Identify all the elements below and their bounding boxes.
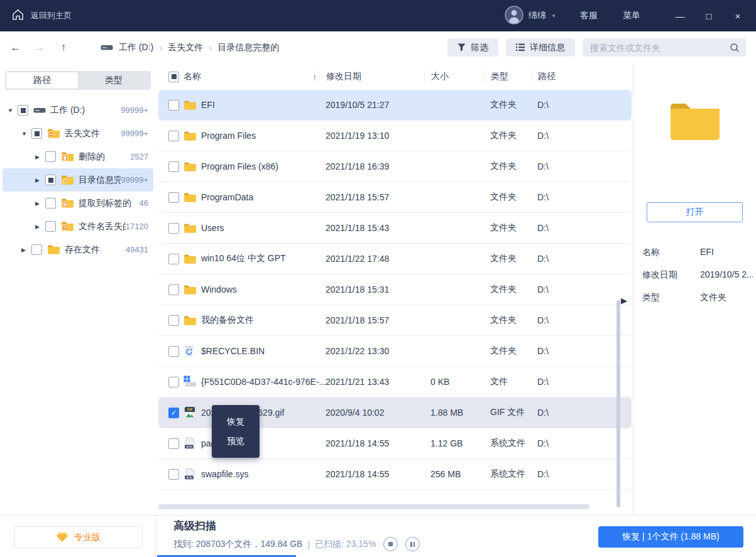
tree-item[interactable]: ▶存在文件49431: [3, 238, 153, 261]
menu-link[interactable]: 菜单: [623, 10, 640, 21]
horizontal-scrollbar[interactable]: [158, 504, 589, 509]
expand-arrow-icon[interactable]: ▶: [35, 224, 45, 230]
details-button[interactable]: 详细信息: [506, 38, 575, 57]
collapse-arrow-icon[interactable]: ▼: [21, 131, 31, 137]
row-checkbox[interactable]: [168, 346, 179, 357]
row-checkbox[interactable]: [168, 161, 179, 172]
tree-checkbox[interactable]: [45, 175, 56, 185]
row-checkbox[interactable]: [168, 469, 179, 480]
pro-version-button[interactable]: 专业版: [14, 526, 143, 548]
user-account[interactable]: 绵绵 ▼: [505, 6, 556, 26]
property-row: 类型文件夹: [642, 292, 753, 303]
tab-type[interactable]: 类型: [78, 72, 150, 89]
file-type: 文件夹: [490, 345, 537, 357]
row-checkbox[interactable]: [168, 315, 179, 326]
row-checkbox[interactable]: [168, 408, 179, 418]
forward-arrow-button[interactable]: →: [28, 41, 52, 54]
file-type: 文件夹: [490, 99, 537, 111]
tree-checkbox[interactable]: [31, 128, 42, 139]
win-drive-icon: [184, 376, 201, 388]
row-checkbox[interactable]: [168, 254, 179, 264]
avatar-icon: [505, 6, 523, 26]
context-menu-preview[interactable]: 预览: [212, 431, 260, 451]
stop-scan-button[interactable]: [383, 537, 398, 551]
breadcrumb-item[interactable]: 工作 (D:): [119, 42, 153, 53]
tree-item[interactable]: ▼丢失文件99999+: [3, 122, 153, 145]
search-icon[interactable]: [730, 43, 740, 53]
column-header-type[interactable]: 类型: [484, 70, 537, 83]
context-menu-recover[interactable]: 恢复: [212, 412, 260, 431]
preview-collapse-handle[interactable]: ▶: [621, 296, 627, 305]
tree-item[interactable]: ▶?文件名丢失的17120: [3, 215, 153, 238]
filter-button[interactable]: 筛选: [447, 38, 498, 57]
file-date: 2020/9/4 10:02: [326, 408, 430, 418]
table-row[interactable]: $RECYCLE.BIN2021/1/22 13:30文件夹D:\: [158, 336, 632, 367]
table-row[interactable]: {F551C0D8-4D37-441c-976E-...2021/1/21 13…: [158, 367, 632, 397]
open-button[interactable]: 打开: [647, 202, 743, 222]
tree-checkbox[interactable]: [31, 244, 42, 255]
tree-item-count: 99999+: [121, 105, 153, 115]
column-header-size[interactable]: 大小: [424, 70, 490, 83]
expand-arrow-icon[interactable]: ▶: [21, 247, 31, 253]
row-checkbox[interactable]: [168, 438, 179, 449]
close-button[interactable]: ×: [723, 11, 752, 21]
breadcrumb-item[interactable]: 丢失文件: [168, 42, 203, 53]
table-row[interactable]: EFI2019/10/5 21:27文件夹D:\: [158, 90, 632, 121]
tree-checkbox[interactable]: [45, 221, 56, 232]
tree-checkbox[interactable]: [45, 151, 56, 162]
table-row[interactable]: ProgramData2021/1/18 15:57文件夹D:\: [158, 182, 632, 213]
table-row[interactable]: win10 64位 中文 GPT2021/1/22 17:48文件夹D:\: [158, 244, 632, 274]
file-path: D:\: [537, 377, 616, 387]
tree-item[interactable]: ▶★目录信息完整的99999+: [3, 168, 153, 192]
row-checkbox[interactable]: [168, 377, 179, 387]
maximize-button[interactable]: □: [694, 11, 723, 21]
tree-item-label: 文件名丢失的: [79, 221, 126, 232]
file-name: Program Files: [201, 131, 326, 141]
property-value: EFI: [700, 247, 714, 258]
row-checkbox[interactable]: [168, 284, 179, 295]
pause-scan-button[interactable]: [405, 537, 420, 551]
file-date: 2019/10/5 21:27: [326, 100, 430, 110]
back-to-home[interactable]: 返回到主页: [0, 8, 72, 23]
tree-item[interactable]: ▶提取到标签的46: [3, 192, 153, 215]
back-to-home-label: 返回到主页: [31, 10, 72, 21]
table-row[interactable]: Windows2021/1/18 15:31文件夹D:\: [158, 274, 632, 305]
tree-item-count: 99999+: [121, 175, 153, 185]
row-checkbox[interactable]: [168, 192, 179, 203]
table-row[interactable]: Program Files (x86)2021/1/18 16:39文件夹D:\: [158, 151, 632, 182]
table-row[interactable]: 我的备份文件2021/1/18 15:57文件夹D:\: [158, 305, 632, 336]
tree-item[interactable]: ▼工作 (D:)99999+: [3, 99, 153, 122]
expand-arrow-icon[interactable]: ▶: [35, 154, 45, 160]
row-checkbox[interactable]: [168, 100, 179, 111]
tree-item-count: 46: [140, 198, 153, 208]
table-row[interactable]: SYSswapfile.sys2021/1/18 14:55256 MB系统文件…: [158, 459, 632, 490]
select-all-checkbox[interactable]: [168, 72, 179, 82]
svg-text:?: ?: [63, 225, 67, 230]
collapse-arrow-icon[interactable]: ▼: [8, 107, 18, 114]
vertical-scrollbar[interactable]: [616, 300, 620, 507]
support-link[interactable]: 客服: [580, 10, 598, 21]
folder-icon: [184, 223, 201, 234]
minimize-button[interactable]: —: [666, 11, 694, 21]
up-arrow-button[interactable]: ↑: [52, 41, 75, 54]
back-arrow-button[interactable]: ←: [4, 41, 28, 54]
table-row[interactable]: Program Files2021/1/19 13:10文件夹D:\: [158, 121, 632, 151]
breadcrumb-item[interactable]: 目录信息完整的: [217, 42, 279, 53]
recover-button[interactable]: 恢复 | 1个文件 (1.88 MB): [598, 526, 743, 548]
tab-path[interactable]: 路径: [6, 72, 78, 89]
column-header-name[interactable]: 名称 ↑: [184, 70, 326, 83]
search-input[interactable]: [589, 42, 730, 53]
column-header-path[interactable]: 路径: [531, 70, 616, 83]
tree-checkbox[interactable]: [45, 198, 56, 208]
file-path: D:\: [537, 254, 616, 264]
file-type: 文件夹: [490, 253, 537, 264]
tree-checkbox[interactable]: [18, 105, 28, 116]
expand-arrow-icon[interactable]: ▶: [35, 177, 45, 183]
tree-item[interactable]: ▶删除的2527: [3, 145, 153, 168]
column-header-date[interactable]: 修改日期: [319, 70, 430, 83]
expand-arrow-icon[interactable]: ▶: [35, 200, 45, 207]
table-row[interactable]: Users2021/1/18 15:43文件夹D:\: [158, 213, 632, 244]
row-checkbox[interactable]: [168, 223, 179, 234]
row-checkbox[interactable]: [168, 131, 179, 141]
tree-item-count: 17120: [126, 222, 153, 231]
